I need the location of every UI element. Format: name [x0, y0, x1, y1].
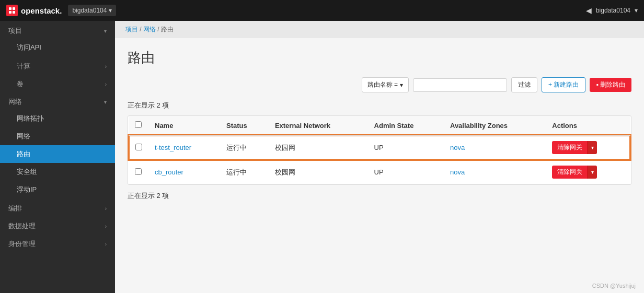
project-dropdown-icon: ▾	[109, 7, 112, 14]
header-external-network: External Network	[269, 116, 368, 135]
header-admin-state: Admin State	[368, 116, 444, 135]
row-name: cb_router	[148, 160, 220, 184]
chevron-down-icon: ▾	[104, 99, 107, 105]
footer-watermark: CSDN @Yushijuj	[115, 278, 644, 293]
row-actions: 清除网关 ▾	[546, 135, 630, 160]
create-router-button[interactable]: + 新建路由	[542, 77, 585, 92]
user-icon: ◀	[586, 6, 592, 15]
svg-rect-3	[13, 11, 15, 14]
svg-rect-2	[9, 11, 12, 14]
sidebar-item-compute[interactable]: 计算 ›	[0, 56, 115, 74]
sidebar-item-label: 网络	[8, 97, 22, 107]
sidebar-item-label: 路由	[17, 150, 30, 158]
svg-rect-1	[13, 7, 15, 10]
chevron-right-icon: ›	[105, 81, 107, 87]
sidebar-section-project: 项目 ▾ 访问API 计算 › 卷 › 网络 ▾ 网络拓扑 网	[0, 21, 115, 234]
sidebar-item-data-processing[interactable]: 数据处理 ›	[0, 216, 115, 234]
filter-input[interactable]	[413, 78, 507, 92]
top-nav: openstack. bigdata0104 ▾ ◀ bigdata0104 ▾	[0, 0, 644, 21]
header-actions: Actions	[546, 116, 630, 135]
svg-rect-0	[9, 7, 12, 10]
router-name-link[interactable]: cb_router	[155, 168, 183, 176]
sidebar-item-label: 卷	[17, 79, 24, 89]
availability-zone-link[interactable]: nova	[450, 144, 465, 151]
project-name: bigdata0104	[72, 7, 107, 14]
sidebar-item-label: 网络拓扑	[17, 114, 44, 122]
sidebar-item-label: 安全组	[17, 168, 37, 175]
count-top: 正在显示 2 项	[128, 101, 631, 110]
logo-svg	[8, 7, 16, 14]
sidebar-item-label: 访问API	[17, 43, 41, 51]
sidebar-item-security-group[interactable]: 安全组	[0, 163, 115, 181]
filter-button[interactable]: 过滤	[511, 77, 537, 92]
clear-gateway-button[interactable]: 清除网关	[552, 166, 588, 179]
row-availability-zones: nova	[444, 135, 546, 160]
filter-dropdown-icon: ▾	[400, 81, 403, 89]
action-dropdown-button[interactable]: ▾	[588, 166, 597, 179]
action-dropdown-button[interactable]: ▾	[588, 141, 597, 154]
sidebar-item-network-topology[interactable]: 网络拓扑	[0, 110, 115, 127]
row-external-network: 校园网	[269, 135, 368, 160]
availability-zone-link[interactable]: nova	[450, 168, 465, 176]
table-row: cb_router 运行中 校园网 UP nova 清除网关 ▾	[129, 160, 630, 184]
logo: openstack.	[6, 5, 62, 16]
header-checkbox-cell	[129, 116, 148, 135]
row-checkbox-cell	[129, 160, 148, 184]
row-availability-zones: nova	[444, 160, 546, 184]
project-selector[interactable]: bigdata0104 ▾	[68, 5, 116, 16]
chevron-down-icon: ▾	[104, 28, 107, 34]
main-layout: 项目 ▾ 访问API 计算 › 卷 › 网络 ▾ 网络拓扑 网	[0, 21, 644, 293]
chevron-right-icon: ›	[105, 224, 107, 229]
sidebar-group-project-label: 项目	[8, 26, 22, 36]
header-name: Name	[148, 116, 220, 135]
top-nav-left: openstack. bigdata0104 ▾	[6, 5, 116, 16]
toolbar: 路由名称 = ▾ 过滤 + 新建路由 ▪ 删除路由	[128, 77, 631, 92]
sidebar-item-label: 网络	[17, 132, 30, 140]
select-all-checkbox[interactable]	[135, 121, 142, 128]
sidebar-item-networks[interactable]: 网络	[0, 127, 115, 145]
action-btn-group: 清除网关 ▾	[552, 141, 624, 154]
sidebar-group-project[interactable]: 项目 ▾	[0, 21, 115, 39]
router-name-link[interactable]: t-test_router	[155, 144, 191, 151]
sidebar-item-label: 浮动IP	[17, 185, 37, 193]
user-menu-chevron: ▾	[635, 7, 638, 14]
breadcrumb-sep1: /	[140, 26, 143, 33]
sidebar-section-identity: 身份管理 ›	[0, 234, 115, 252]
header-status: Status	[220, 116, 269, 135]
sidebar-item-network[interactable]: 网络 ▾	[0, 92, 115, 110]
row-actions: 清除网关 ▾	[546, 160, 630, 184]
row-external-network: 校园网	[269, 160, 368, 184]
breadcrumb-project[interactable]: 项目	[125, 26, 138, 33]
sidebar-group-identity[interactable]: 身份管理 ›	[0, 234, 115, 252]
count-bottom: 正在显示 2 项	[128, 191, 631, 201]
breadcrumb-current: 路由	[161, 26, 174, 33]
row-checkbox-cell	[129, 135, 148, 160]
user-menu[interactable]: ◀ bigdata0104 ▾	[586, 6, 638, 15]
sidebar-item-label: 计算	[17, 62, 30, 71]
delete-router-button[interactable]: ▪ 删除路由	[590, 78, 631, 92]
action-btn-group: 清除网关 ▾	[552, 166, 624, 179]
page-title: 路由	[128, 49, 631, 67]
row-checkbox[interactable]	[135, 168, 142, 175]
chevron-right-icon: ›	[105, 206, 107, 212]
row-status: 运行中	[220, 135, 269, 160]
sidebar-item-volumes[interactable]: 卷 ›	[0, 74, 115, 92]
table-row: t-test_router 运行中 校园网 UP nova 清除网关 ▾	[129, 135, 630, 160]
sidebar-item-orchestration[interactable]: 编排 ›	[0, 198, 115, 216]
sidebar-item-label: 编排	[8, 204, 22, 213]
row-status: 运行中	[220, 160, 269, 184]
clear-gateway-button[interactable]: 清除网关	[552, 141, 588, 154]
row-checkbox[interactable]	[135, 144, 142, 150]
chevron-right-icon: ›	[105, 241, 107, 247]
header-availability-zones: Availability Zones	[444, 116, 546, 135]
filter-select[interactable]: 路由名称 = ▾	[362, 77, 409, 92]
breadcrumb-network[interactable]: 网络	[143, 26, 156, 33]
username-label: bigdata0104	[596, 7, 630, 14]
logo-text: openstack.	[21, 6, 62, 15]
content-area: 项目 / 网络 / 路由 路由 路由名称 = ▾ 过滤 + 新建路由 ▪ 删除路…	[115, 21, 644, 293]
sidebar-item-access-api[interactable]: 访问API	[0, 39, 115, 56]
sidebar-item-floating-ip[interactable]: 浮动IP	[0, 181, 115, 198]
sidebar-item-label: 数据处理	[8, 221, 36, 231]
table-header-row: Name Status External Network Admin State…	[129, 116, 630, 135]
sidebar-item-router[interactable]: 路由	[0, 145, 115, 163]
